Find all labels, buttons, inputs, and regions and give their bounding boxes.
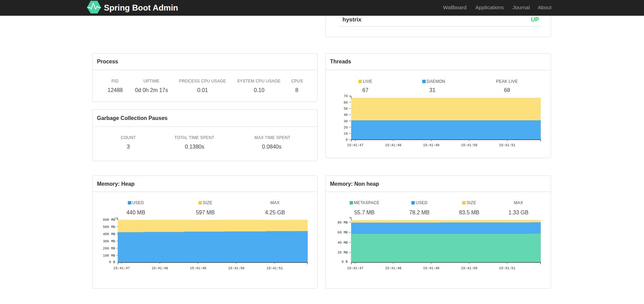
svg-text:15:41:49: 15:41:49 [423,267,439,270]
svg-text:15:41:49: 15:41:49 [423,143,439,147]
svg-text:60 MB: 60 MB [337,231,348,234]
svg-text:100 MB: 100 MB [103,254,115,258]
svg-text:600 MB: 600 MB [103,218,115,222]
svg-text:15:41:51: 15:41:51 [266,267,283,270]
svg-text:15:41:47: 15:41:47 [347,143,363,147]
svg-text:10: 10 [343,132,348,136]
svg-text:0 B: 0 B [109,260,115,264]
svg-text:400 MB: 400 MB [103,232,115,236]
svg-text:60: 60 [343,101,348,105]
svg-text:15:41:47: 15:41:47 [113,267,130,270]
svg-text:20 MB: 20 MB [337,251,348,255]
svg-text:15:41:48: 15:41:48 [152,267,168,270]
svg-text:500 MB: 500 MB [103,225,115,229]
svg-text:15:41:51: 15:41:51 [499,143,515,147]
svg-text:15:41:49: 15:41:49 [190,267,206,270]
svg-text:15:41:50: 15:41:50 [461,143,477,147]
svg-text:300 MB: 300 MB [103,240,115,243]
svg-text:70: 70 [343,94,348,98]
svg-text:15:41:51: 15:41:51 [499,267,515,270]
svg-text:0 B: 0 B [341,260,348,264]
svg-text:15:41:50: 15:41:50 [228,267,245,270]
svg-text:200 MB: 200 MB [103,247,115,250]
svg-text:15:41:48: 15:41:48 [385,143,401,147]
svg-text:80 MB: 80 MB [337,221,348,225]
svg-text:30: 30 [343,120,348,123]
svg-text:40 MB: 40 MB [337,241,348,245]
svg-text:15:41:47: 15:41:47 [347,267,363,270]
svg-text:50: 50 [343,107,348,111]
svg-text:20: 20 [343,126,348,130]
svg-text:15:41:48: 15:41:48 [385,267,401,270]
svg-text:15:41:50: 15:41:50 [461,267,477,270]
svg-text:0: 0 [346,138,348,142]
svg-text:40: 40 [343,113,348,117]
